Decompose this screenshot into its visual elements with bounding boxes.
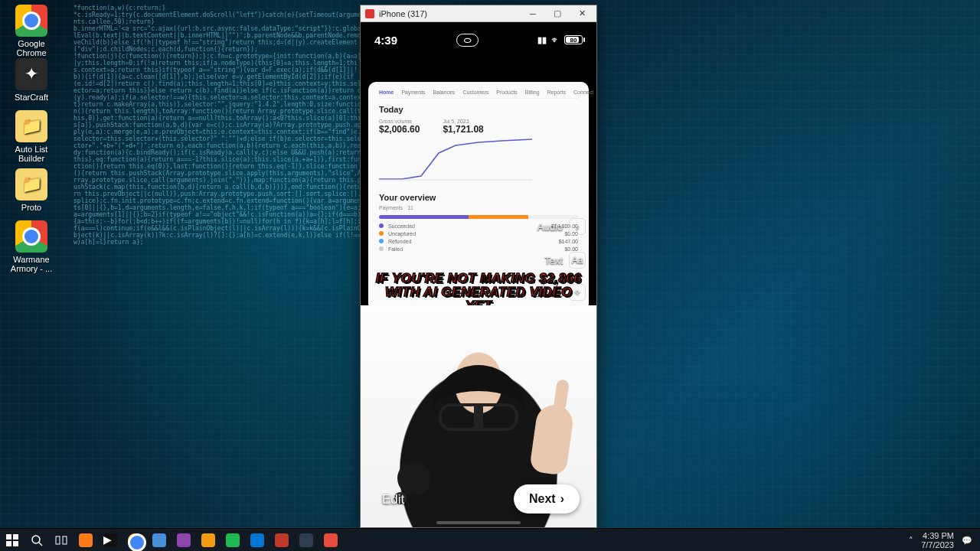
window-maximize-button[interactable]: ▢ — [547, 6, 567, 21]
svg-rect-8 — [63, 536, 67, 544]
legend-row: Refunded $147.00 — [379, 239, 578, 244]
window-close-button[interactable]: ✕ — [572, 6, 592, 21]
svg-rect-3 — [6, 541, 11, 546]
dynamic-island-icon: ⬭ — [456, 34, 479, 47]
tray-chevron-icon[interactable]: ˄ — [909, 536, 913, 545]
desktop-icon-starcraft[interactable]: ✦ StarCraft — [3, 58, 60, 102]
phone-status-bar: 4:39 ⬭ ▮▮ ᯤ 80 — [361, 27, 596, 53]
folder-icon: 📁 — [15, 168, 47, 201]
legend-dot — [379, 223, 384, 228]
home-indicator[interactable] — [436, 521, 521, 524]
phone-screen: 4:39 ⬭ ▮▮ ᯤ 80 Home Payments Balances Cu… — [361, 22, 596, 527]
svg-point-5 — [32, 536, 40, 543]
balance-value: $1,721.08 — [443, 124, 483, 135]
status-clock: 4:39 — [374, 34, 397, 47]
taskbar-app-1[interactable] — [74, 529, 98, 552]
desktop-icon-label: StarCraft — [3, 93, 60, 102]
tool-audio[interactable]: Audio♪ — [537, 218, 586, 235]
nav-home[interactable]: Home — [379, 90, 394, 95]
desktop-icon-label: Auto List Builder — [3, 145, 60, 163]
chevron-right-icon: › — [560, 492, 564, 506]
nav-balances[interactable]: Balances — [433, 90, 456, 95]
microphone-graphic — [397, 461, 431, 495]
taskbar-app-8[interactable] — [318, 529, 343, 552]
gross-volume-sparkline — [379, 135, 532, 181]
taskbar-app-5[interactable] — [196, 529, 220, 552]
chrome-icon — [15, 5, 47, 37]
taskbar-mail[interactable] — [245, 529, 270, 552]
notifications-icon[interactable]: 💬 — [962, 536, 972, 545]
windows-taskbar: ▶ ˄ 4:39 PM 7/7/2023 💬 — [0, 528, 980, 551]
desktop-icon-autolist[interactable]: 📁 Auto List Builder — [3, 110, 60, 163]
desktop-icon-label: Proto — [3, 203, 60, 212]
today-heading: Today — [379, 105, 578, 114]
search-button[interactable] — [24, 529, 49, 552]
overview-heading: Your overview — [379, 193, 578, 202]
desktop-icon-warmane[interactable]: Warmane Armory - ... — [3, 220, 60, 273]
payments-count: 11 — [407, 205, 413, 210]
svg-rect-7 — [56, 536, 60, 544]
tool-text[interactable]: TextAa — [544, 252, 586, 269]
legend-dot — [379, 246, 384, 251]
svg-rect-1 — [6, 534, 11, 540]
as-of-date: Jul 5, 2023 — [443, 119, 483, 124]
task-view-button[interactable] — [49, 529, 74, 552]
taskbar-app-4[interactable] — [172, 529, 196, 552]
nav-connect[interactable]: Connect — [573, 90, 593, 95]
payments-label: Payments — [379, 205, 403, 210]
legend-dot — [379, 231, 384, 236]
windows-icon — [6, 534, 18, 546]
starcraft-icon: ✦ — [15, 58, 47, 90]
nav-customers[interactable]: Customers — [462, 90, 488, 95]
phone-mirror-window: iPhone (317) ─ ▢ ✕ 4:39 ⬭ ▮▮ ᯤ 80 — [360, 5, 597, 528]
cellular-icon: ▮▮ — [537, 35, 547, 45]
svg-rect-2 — [13, 534, 18, 540]
nav-payments[interactable]: Payments — [401, 90, 425, 95]
system-tray[interactable]: ˄ 4:39 PM 7/7/2023 💬 — [901, 531, 980, 549]
taskbar-app-2[interactable]: ▶ — [98, 529, 122, 552]
legend-row: Failed $0.00 — [379, 246, 578, 252]
nav-products[interactable]: Products — [496, 90, 518, 95]
edit-button[interactable]: Edit — [382, 492, 404, 507]
desktop-icon-label: Warmane Armory - ... — [3, 255, 60, 273]
dashboard-nav: Home Payments Balances Customers Product… — [379, 90, 578, 99]
battery-icon: 80 — [564, 35, 583, 44]
next-button[interactable]: Next › — [514, 484, 580, 514]
legend-dot — [379, 239, 384, 243]
taskbar-app-3[interactable] — [147, 529, 172, 552]
svg-rect-4 — [13, 541, 18, 546]
text-icon: Aa — [569, 252, 586, 269]
taskbar-chrome[interactable] — [122, 529, 147, 552]
gross-volume-label: Gross volume — [379, 119, 420, 124]
taskbar-clock[interactable]: 4:39 PM 7/7/2023 — [921, 531, 954, 549]
gross-volume-value: $2,006.60 — [379, 124, 420, 135]
start-button[interactable] — [0, 529, 24, 552]
hand-graphic — [529, 403, 575, 476]
svg-line-6 — [39, 543, 42, 546]
taskbar-spotify[interactable] — [220, 529, 245, 552]
window-title: iPhone (317) — [379, 9, 518, 18]
desktop-icon-proto[interactable]: 📁 Proto — [3, 168, 60, 212]
task-view-icon — [55, 534, 67, 546]
window-minimize-button[interactable]: ─ — [523, 6, 543, 21]
window-titlebar[interactable]: iPhone (317) ─ ▢ ✕ — [361, 5, 596, 22]
background-code-overlay: *function(a,w){c:return;} *c.isReady=1;t… — [74, 5, 364, 528]
search-icon — [31, 534, 43, 546]
taskbar-app-6[interactable] — [270, 529, 294, 552]
wifi-icon: ᯤ — [551, 35, 560, 44]
nav-billing[interactable]: Billing — [525, 90, 540, 95]
taskbar-app-7[interactable] — [294, 529, 318, 552]
folder-icon: 📁 — [15, 110, 47, 142]
desktop-icon-chrome[interactable]: Google Chrome — [3, 5, 60, 57]
desktop-icon-label: Google Chrome — [3, 39, 60, 57]
app-icon — [365, 9, 374, 18]
music-note-icon: ♪ — [569, 218, 586, 235]
nav-reports[interactable]: Reports — [547, 90, 567, 95]
chrome-icon — [15, 220, 47, 253]
